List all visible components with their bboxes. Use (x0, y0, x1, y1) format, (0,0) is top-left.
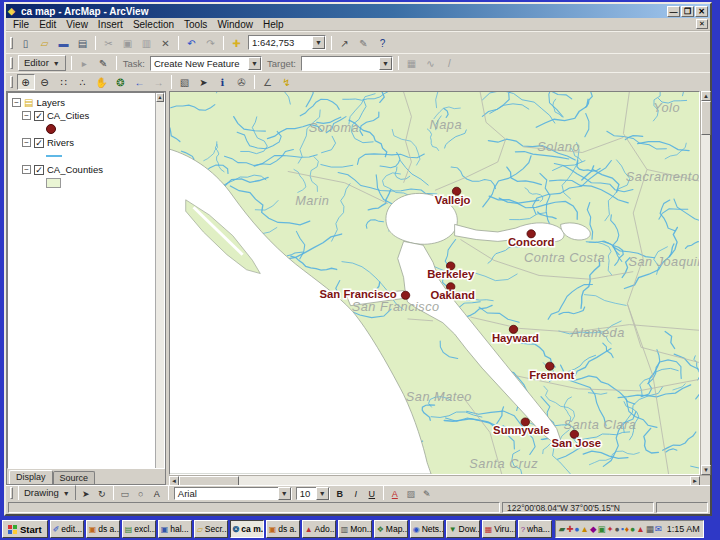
toc-root[interactable]: −▤Layers (12, 96, 164, 109)
select-elements-icon[interactable]: ➤ (195, 74, 213, 90)
tray-icon-1[interactable]: ▰ (559, 521, 566, 537)
tray-icon-10[interactable]: ♦ (625, 521, 629, 537)
italic-icon[interactable]: I (348, 487, 363, 500)
city-dot-san-francisco[interactable] (401, 291, 409, 299)
toc-tab-source[interactable]: Source (53, 471, 96, 484)
menu-help[interactable]: Help (258, 19, 289, 30)
tray-icon-2[interactable]: ✚ (566, 521, 573, 537)
bold-icon[interactable]: B (332, 487, 347, 500)
map-hscrollbar[interactable]: ◄ ► (169, 475, 710, 485)
copy-icon[interactable]: ▣ (119, 35, 137, 51)
restore-button[interactable]: ❐ (681, 6, 694, 17)
menu-insert[interactable]: Insert (93, 19, 128, 30)
zoom-in-icon[interactable]: ⊕ (17, 74, 35, 90)
start-button[interactable]: Start (2, 520, 48, 538)
tray-icon-5[interactable]: ◆ (590, 521, 597, 537)
zoom-fixed-in-icon[interactable]: ∷ (55, 74, 73, 90)
toc-layer-ca_cities[interactable]: −✓CA_Cities (12, 109, 164, 122)
layer-checkbox[interactable]: ✓ (34, 165, 44, 175)
taskbar-button-wha[interactable]: ?wha... (518, 520, 552, 538)
paste-icon[interactable]: ▥ (138, 35, 156, 51)
toolbar-grip[interactable] (10, 57, 13, 69)
cut-icon[interactable]: ✂ (100, 35, 118, 51)
target-combo[interactable]: ▼ (301, 56, 393, 71)
expander-icon[interactable]: − (22, 111, 31, 120)
scroll-up-icon[interactable]: ▲ (701, 91, 711, 101)
map-vscrollbar[interactable]: ▲ ▼ (700, 91, 710, 475)
tray-icon-4[interactable]: ▲ (580, 521, 588, 537)
tray-icon-12[interactable]: ▲ (636, 521, 644, 537)
help-icon[interactable]: ? (374, 35, 392, 51)
sketch-icon[interactable]: ↗ (336, 35, 354, 51)
layer-checkbox[interactable]: ✓ (34, 111, 44, 121)
hyperlink-icon[interactable]: ↯ (278, 74, 296, 90)
fill-color-icon[interactable]: ▨ (403, 487, 418, 500)
edit-arrow-icon[interactable]: ▸ (75, 55, 93, 71)
identify-icon[interactable]: ℹ (214, 74, 232, 90)
text-tool-icon[interactable]: A (149, 487, 164, 500)
toolbar-grip[interactable] (10, 76, 13, 88)
delete-icon[interactable]: ✕ (157, 35, 175, 51)
taskbar-button-hal[interactable]: ▣hal... (158, 520, 192, 538)
menu-selection[interactable]: Selection (128, 19, 179, 30)
chevron-down-icon[interactable]: ▼ (278, 487, 291, 500)
map-canvas[interactable]: YoloSonomaNapaSolanoSacramentoMarinContr… (169, 91, 700, 475)
taskbar-button-nets[interactable]: ◉Nets... (410, 520, 444, 538)
taskbar-button-ado[interactable]: ▲Ado... (302, 520, 336, 538)
ellipse-tool-icon[interactable]: ○ (133, 487, 148, 500)
tray-icon-11[interactable]: ● (630, 521, 635, 537)
toc-tab-display[interactable]: Display (9, 470, 53, 484)
close-button[interactable]: ✕ (695, 6, 708, 17)
tray-icon-9[interactable]: ▪ (621, 521, 624, 537)
tray-icon-14[interactable]: ✉ (655, 521, 662, 537)
save-icon[interactable]: ▬ (55, 35, 73, 51)
split-gray-icon[interactable]: / (441, 55, 459, 71)
toolbar-grip[interactable] (10, 487, 13, 499)
find-icon[interactable]: ✇ (233, 74, 251, 90)
select-features-icon[interactable]: ▧ (176, 74, 194, 90)
measure-icon[interactable]: ∠ (259, 74, 277, 90)
task-combo[interactable]: Create New Feature▼ (150, 56, 262, 71)
chevron-down-icon[interactable]: ▼ (379, 57, 392, 70)
taskbar-button-dsa[interactable]: ▣ds a. (266, 520, 300, 538)
zoom-fixed-out-icon[interactable]: ∴ (74, 74, 92, 90)
attr-gray-icon[interactable]: ▦ (403, 55, 421, 71)
vscroll-thumb[interactable] (701, 101, 711, 135)
editor-menu-button[interactable]: Editor▼ (18, 55, 66, 71)
pencil-icon[interactable]: ✎ (94, 55, 112, 71)
forward-icon[interactable]: → (150, 74, 168, 90)
tray-icon-7[interactable]: ✦ (606, 521, 613, 537)
trace-icon[interactable]: ✎ (355, 35, 373, 51)
rotate-icon[interactable]: ↻ (94, 487, 109, 500)
line-color-icon[interactable]: ✎ (419, 487, 434, 500)
menu-view[interactable]: View (61, 19, 93, 30)
tray-icon-3[interactable]: ● (574, 521, 579, 537)
drawing-menu-button[interactable]: Drawing▼ (18, 485, 76, 501)
toolbar-grip[interactable] (10, 37, 13, 49)
tray-icon-6[interactable]: ▣ (597, 521, 605, 537)
pan-icon[interactable]: ✋ (93, 74, 111, 90)
expander-icon[interactable]: − (22, 165, 31, 174)
new-icon[interactable]: ▯ (17, 35, 35, 51)
sketch-gray-icon[interactable]: ∿ (422, 55, 440, 71)
chevron-down-icon[interactable]: ▼ (312, 36, 325, 49)
toc-layer-ca_counties[interactable]: −✓CA_Counties (12, 163, 164, 176)
rect-tool-icon[interactable]: ▭ (117, 487, 132, 500)
taskbar-button-dsa[interactable]: ▣ds a... (86, 520, 120, 538)
menu-window[interactable]: Window (212, 19, 258, 30)
menu-tools[interactable]: Tools (179, 19, 212, 30)
expander-icon[interactable]: − (12, 98, 21, 107)
menu-file[interactable]: File (8, 19, 34, 30)
scroll-down-icon[interactable]: ▼ (701, 465, 711, 475)
open-icon[interactable]: ▱ (36, 35, 54, 51)
zoom-out-icon[interactable]: ⊖ (36, 74, 54, 90)
font-color-icon[interactable]: A (387, 487, 402, 500)
redo-icon[interactable]: ↷ (202, 35, 220, 51)
tray-icon-13[interactable]: ▦ (646, 521, 654, 537)
taskbar-button-dow[interactable]: ▼Dow... (446, 520, 480, 538)
chevron-down-icon[interactable]: ▼ (316, 487, 329, 500)
add-data-icon[interactable]: ✚ (228, 35, 246, 51)
layer-checkbox[interactable]: ✓ (34, 138, 44, 148)
taskbar-button-excl[interactable]: ▤excl... (122, 520, 156, 538)
taskbar-button-mon[interactable]: ▥Mon... (338, 520, 372, 538)
